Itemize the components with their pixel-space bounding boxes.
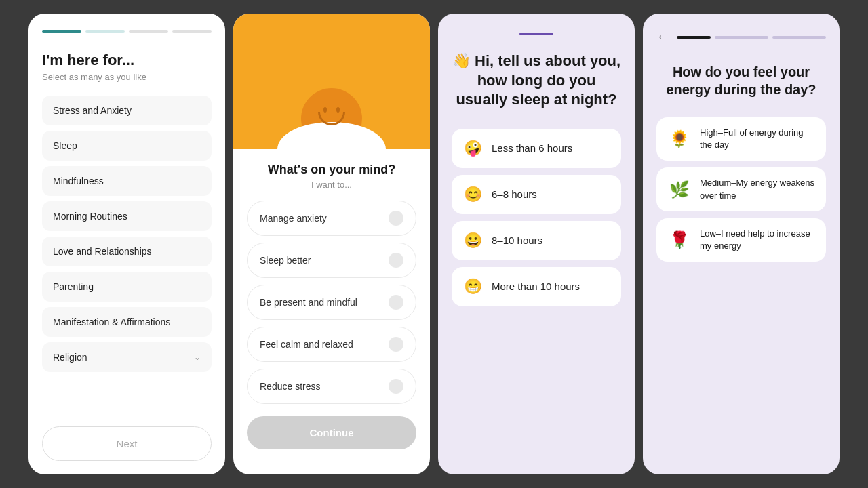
progress-seg-3 (129, 30, 168, 33)
progress-seg-1 (42, 30, 81, 33)
progress-seg-4 (172, 30, 212, 33)
screen1-footer: Next (42, 415, 212, 461)
energy-option-high[interactable]: 🌻 High–Full of energy during the day (656, 117, 826, 161)
sun-face-icon (301, 88, 362, 149)
screen3-progress (452, 33, 621, 35)
option-sleep[interactable]: Sleep (42, 131, 212, 161)
energy-text-high: High–Full of energy during the day (700, 127, 815, 151)
back-icon[interactable]: ← (656, 30, 669, 44)
option-morning-routines[interactable]: Morning Routines (42, 201, 212, 231)
screen1-subtitle: Select as many as you like (42, 72, 212, 82)
option-manifestation[interactable]: Manifestation & Affirmations (42, 307, 212, 337)
energy-text-low: Low–I need help to increase my energy (700, 228, 815, 252)
energy-option-low[interactable]: 🌹 Low–I need help to increase my energy (656, 218, 826, 262)
screen-2-card: What's on your mind? I want to... Manage… (233, 14, 430, 474)
next-button[interactable]: Next (42, 426, 212, 461)
sleep-option-8-10[interactable]: 😀 8–10 hours (452, 221, 621, 260)
option-mindfulness[interactable]: Mindfulness (42, 166, 212, 196)
mind-option-mindful[interactable]: Be present and mindful (247, 285, 416, 320)
screen2-subtitle: I want to... (247, 180, 416, 190)
screen-1-card: I'm here for... Select as many as you li… (28, 14, 225, 474)
sleep-emoji-0: 🤪 (464, 140, 482, 157)
screen4-header: ← (656, 30, 826, 44)
energy-option-medium[interactable]: 🌿 Medium–My energy weakens over time (656, 167, 826, 211)
screen4-title: How do you feel your energy during the d… (656, 63, 826, 98)
screens-container: I'm here for... Select as many as you li… (15, 0, 853, 488)
screen3-title: 👋 Hi, tell us about you, how long do you… (452, 52, 621, 110)
mind-option-anxiety[interactable]: Manage anxiety (247, 201, 416, 236)
toggle-stress[interactable] (389, 379, 403, 394)
continue-button[interactable]: Continue (247, 416, 416, 449)
screen4-progress (677, 36, 826, 39)
s4-seg-3 (772, 36, 826, 39)
energy-icon-medium: 🌿 (667, 178, 692, 202)
screen3-bar (519, 33, 553, 35)
toggle-calm[interactable] (389, 337, 403, 352)
screen2-content: What's on your mind? I want to... Manage… (233, 149, 430, 474)
sleep-option-6-8[interactable]: 😊 6–8 hours (452, 175, 621, 214)
option-stress-anxiety[interactable]: Stress and Anxiety (42, 96, 212, 125)
screen1-title: I'm here for... (42, 52, 212, 69)
toggle-mindful[interactable] (389, 295, 403, 310)
mind-option-stress[interactable]: Reduce stress (247, 369, 416, 404)
sleep-emoji-1: 😊 (464, 186, 482, 203)
chevron-down-icon: ⌄ (194, 352, 201, 362)
option-love-relationships[interactable]: Love and Relationships (42, 237, 212, 266)
screen2-illustration (233, 14, 430, 149)
screen-3-card: 👋 Hi, tell us about you, how long do you… (438, 14, 635, 474)
mind-option-calm[interactable]: Feel calm and relaxed (247, 327, 416, 362)
energy-icon-low: 🌹 (667, 228, 692, 252)
toggle-anxiety[interactable] (389, 211, 403, 226)
progress-bar (42, 30, 212, 33)
sleep-option-less6[interactable]: 🤪 Less than 6 hours (452, 129, 621, 168)
sun-smile (318, 112, 345, 125)
energy-icon-high: 🌻 (667, 127, 692, 151)
s4-seg-1 (677, 36, 711, 39)
mind-option-sleep[interactable]: Sleep better (247, 243, 416, 278)
progress-seg-2 (85, 30, 125, 33)
sleep-option-more10[interactable]: 😁 More than 10 hours (452, 267, 621, 306)
screen-4-card: ← How do you feel your energy during the… (643, 14, 840, 474)
sleep-emoji-3: 😁 (464, 278, 482, 296)
option-parenting[interactable]: Parenting (42, 272, 212, 302)
energy-text-medium: Medium–My energy weakens over time (700, 177, 815, 201)
screen2-title: What's on your mind? (247, 163, 416, 177)
toggle-sleep[interactable] (389, 253, 403, 268)
sleep-emoji-2: 😀 (464, 232, 482, 249)
s4-seg-2 (715, 36, 768, 39)
option-religion[interactable]: Religion ⌄ (42, 342, 212, 372)
